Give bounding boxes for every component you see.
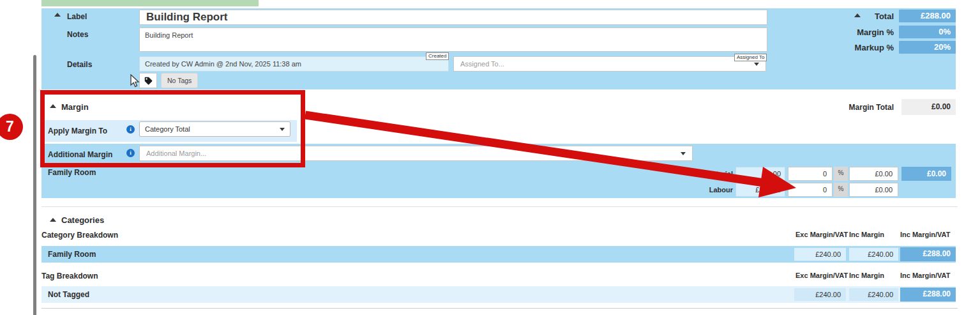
material-margin-total: £0.00 bbox=[901, 167, 951, 181]
col-inc-margin-vat: Inc Margin/VAT bbox=[900, 272, 950, 279]
apply-margin-label: Apply Margin To bbox=[48, 127, 107, 135]
info-icon[interactable]: i bbox=[126, 125, 135, 134]
labour-margin-amount-input[interactable] bbox=[849, 183, 898, 197]
additional-margin-input[interactable]: Additional Margin... bbox=[139, 146, 693, 161]
no-tags-label: No Tags bbox=[167, 77, 192, 84]
table-row: Not Tagged £240.00 £240.00 £288.00 bbox=[41, 286, 956, 303]
col-inc-margin: Inc Margin bbox=[849, 231, 884, 238]
no-tags-button[interactable]: No Tags bbox=[161, 73, 198, 88]
labour-base-value: £240.00 bbox=[735, 183, 785, 197]
details-field-label: Details bbox=[67, 60, 92, 69]
vertical-splitter[interactable] bbox=[33, 55, 36, 315]
info-icon[interactable]: i bbox=[126, 149, 135, 157]
margin-total-label: Margin Total bbox=[811, 103, 894, 112]
labour-line-label: Labour bbox=[664, 186, 733, 194]
category-breakdown-heading: Category Breakdown bbox=[41, 231, 118, 240]
chevron-down-icon bbox=[681, 152, 686, 155]
material-pct-unit: % bbox=[834, 167, 848, 181]
tag-breakdown-heading: Tag Breakdown bbox=[41, 272, 98, 280]
margin-total-value: £0.00 bbox=[901, 99, 956, 115]
row-inc-value: £240.00 bbox=[849, 288, 898, 301]
labour-margin-pct-input[interactable] bbox=[788, 183, 833, 197]
created-value: Created by CW Admin @ 2nd Nov, 2025 11:3… bbox=[145, 60, 301, 68]
labour-pct-unit: % bbox=[834, 183, 848, 197]
row-name: Family Room bbox=[48, 250, 96, 259]
row-exc-value: £240.00 bbox=[794, 248, 846, 261]
apply-margin-select[interactable]: Category Total bbox=[139, 121, 290, 137]
table-row: Family Room £240.00 £240.00 £288.00 bbox=[41, 246, 956, 263]
section-divider bbox=[41, 206, 958, 207]
chevron-down-icon bbox=[280, 128, 285, 131]
assigned-to-chip: Assigned To bbox=[734, 54, 767, 61]
label-input[interactable] bbox=[139, 10, 767, 25]
col-inc-margin: Inc Margin bbox=[849, 272, 884, 279]
bottom-divider bbox=[41, 308, 958, 309]
collapse-item-icon[interactable] bbox=[54, 13, 61, 17]
total-value: £288.00 bbox=[899, 10, 956, 22]
row-exc-value: £240.00 bbox=[794, 288, 846, 301]
chevron-down-icon bbox=[754, 63, 759, 66]
created-field: Created by CW Admin @ 2nd Nov, 2025 11:3… bbox=[139, 56, 449, 72]
row-incvat-value: £288.00 bbox=[900, 247, 956, 261]
additional-margin-placeholder: Additional Margin... bbox=[146, 150, 681, 157]
material-line-label: Material bbox=[664, 170, 733, 178]
margin-section-title: Margin bbox=[61, 102, 89, 112]
assigned-to-select[interactable]: Assigned To... bbox=[453, 56, 766, 72]
col-inc-margin-vat: Inc Margin/VAT bbox=[900, 231, 950, 238]
tag-icon bbox=[144, 76, 153, 85]
assigned-to-placeholder: Assigned To... bbox=[460, 60, 754, 68]
additional-margin-label: Additional Margin bbox=[48, 150, 112, 159]
apply-margin-value: Category Total bbox=[145, 125, 280, 133]
page: Label Notes Building Report Details Crea… bbox=[0, 0, 980, 315]
material-base-value: £0.00 bbox=[735, 167, 785, 181]
col-exc-margin-vat: Exc Margin/VAT bbox=[795, 231, 848, 238]
collapse-margin-icon[interactable] bbox=[50, 104, 56, 108]
add-tag-button[interactable] bbox=[139, 73, 157, 88]
markup-pct-label: Markup % bbox=[811, 43, 894, 52]
markup-pct-value: 20% bbox=[899, 41, 956, 54]
row-inc-value: £240.00 bbox=[849, 248, 898, 261]
category-name: Family Room bbox=[48, 168, 96, 177]
mouse-cursor-icon bbox=[130, 74, 141, 88]
material-margin-amount-input[interactable] bbox=[849, 167, 898, 181]
margin-pct-value: 0% bbox=[899, 26, 956, 38]
notes-input[interactable]: Building Report bbox=[139, 27, 767, 52]
margin-pct-label: Margin % bbox=[811, 27, 894, 37]
label-field-label: Label bbox=[67, 12, 87, 21]
step-number-badge: 7 bbox=[0, 114, 23, 140]
row-incvat-value: £288.00 bbox=[900, 288, 956, 302]
total-label: Total bbox=[811, 12, 894, 21]
row-name: Not Tagged bbox=[48, 290, 89, 299]
collapse-categories-icon[interactable] bbox=[50, 218, 56, 222]
created-chip: Created bbox=[426, 52, 449, 60]
notes-field-label: Notes bbox=[67, 30, 88, 39]
success-toast-bar bbox=[41, 0, 259, 6]
categories-section-title: Categories bbox=[61, 215, 104, 225]
material-margin-pct-input[interactable] bbox=[788, 167, 833, 181]
col-exc-margin-vat: Exc Margin/VAT bbox=[795, 272, 848, 279]
